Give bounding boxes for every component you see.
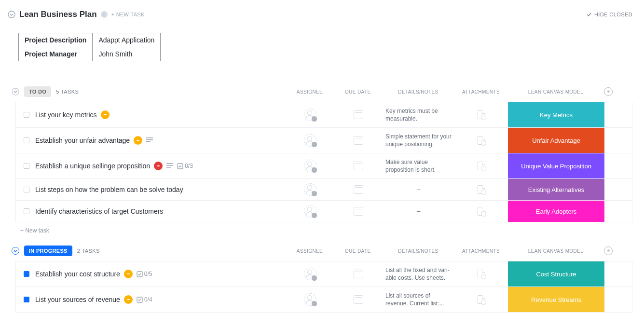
task-row[interactable]: Identify characteristics of target Custo… — [16, 201, 632, 222]
collapse-all-icon[interactable] — [8, 11, 15, 18]
svg-rect-5 — [146, 139, 153, 140]
task-details: Simple statement for your unique positio… — [383, 133, 455, 148]
assignee-placeholder[interactable]: + — [304, 183, 316, 196]
attachment-icon[interactable] — [478, 162, 485, 170]
assignee-placeholder[interactable]: + — [304, 109, 316, 121]
due-date-placeholder[interactable] — [354, 110, 363, 119]
task-row[interactable]: List your key metrics+Key metrics must b… — [16, 102, 632, 128]
task-count: 2 TASKS — [77, 248, 100, 254]
col-details: DETAILS/NOTES — [382, 89, 454, 95]
project-meta-table: Project DescriptionAdappt ApplicationPro… — [18, 33, 161, 61]
assignee-placeholder[interactable]: + — [304, 134, 316, 147]
svg-rect-14 — [127, 299, 130, 300]
canvas-tag[interactable]: Existing Alternatives — [508, 179, 604, 200]
due-date-placeholder[interactable] — [354, 207, 363, 216]
task-name[interactable]: List your sources of revenue — [35, 296, 120, 303]
task-checkbox[interactable] — [24, 208, 29, 214]
svg-rect-7 — [157, 165, 160, 166]
section-header: TO DO5 TASKSASSIGNEEDUE DATEDETAILS/NOTE… — [12, 86, 632, 97]
canvas-tag[interactable]: Unique Value Proposition — [508, 153, 604, 178]
col-due: DUE DATE — [334, 248, 382, 254]
hide-closed-button[interactable]: HIDE CLOSED — [586, 12, 632, 17]
task-details: – — [383, 207, 455, 215]
svg-rect-10 — [166, 167, 171, 168]
task-details: List all the fixed and vari-able costs. … — [383, 266, 455, 282]
task-details: Key metrics must be measurable. — [383, 107, 455, 123]
attachment-icon[interactable] — [478, 110, 485, 119]
attachment-icon[interactable] — [478, 295, 485, 304]
priority-icon — [124, 270, 133, 278]
task-row[interactable]: Establish your unfair advantage+Simple s… — [16, 128, 632, 153]
attachment-icon[interactable] — [478, 185, 485, 194]
svg-rect-4 — [146, 137, 153, 138]
priority-icon — [124, 295, 133, 304]
canvas-tag[interactable]: Key Metrics — [508, 102, 604, 127]
task-details: Make sure value proposition is short. — [383, 158, 455, 174]
add-column-button[interactable]: + — [604, 87, 613, 96]
svg-rect-2 — [104, 114, 107, 115]
task-rows: List your key metrics+Key metrics must b… — [15, 102, 632, 222]
add-column-button[interactable]: + — [604, 246, 613, 255]
canvas-tag[interactable]: Revenue Streams — [508, 287, 604, 312]
meta-label: Project Description — [19, 33, 93, 47]
new-task-button[interactable]: + New task — [12, 222, 632, 234]
new-task-button[interactable]: + NEW TASK — [111, 12, 145, 17]
meta-value: Adappt Application — [93, 33, 161, 47]
svg-rect-9 — [166, 165, 173, 166]
task-count: 5 TASKS — [56, 89, 79, 95]
assignee-placeholder[interactable]: + — [304, 160, 316, 172]
task-checkbox[interactable] — [24, 297, 29, 302]
section-collapse-icon[interactable] — [12, 247, 19, 255]
info-icon[interactable]: i — [101, 11, 108, 18]
task-name[interactable]: Identify characteristics of target Custo… — [35, 207, 163, 215]
col-model: LEAN CANVAS MODEL — [507, 248, 604, 254]
checklist-count: 0/5 — [137, 271, 152, 277]
task-checkbox[interactable] — [24, 163, 29, 169]
attachment-icon[interactable] — [478, 270, 485, 278]
canvas-tag[interactable]: Cost Structure — [508, 261, 604, 287]
attachment-icon[interactable] — [478, 207, 485, 216]
attachment-icon[interactable] — [478, 136, 485, 145]
section-header: IN PROGRESS2 TASKSASSIGNEEDUE DATEDETAIL… — [12, 246, 632, 256]
svg-rect-6 — [146, 141, 151, 142]
task-row[interactable]: List steps on how the problem can be sol… — [16, 179, 632, 201]
section-collapse-icon[interactable] — [12, 88, 19, 96]
task-name[interactable]: Establish a unique sellinge proposition — [35, 162, 150, 170]
task-name[interactable]: List steps on how the problem can be sol… — [35, 186, 183, 193]
svg-point-0 — [8, 11, 15, 18]
task-name[interactable]: List your key metrics — [35, 111, 97, 119]
task-checkbox[interactable] — [24, 137, 29, 143]
assignee-placeholder[interactable]: + — [304, 205, 316, 218]
due-date-placeholder[interactable] — [354, 136, 363, 145]
task-checkbox[interactable] — [24, 271, 29, 277]
task-row[interactable]: Establish a unique sellinge proposition0… — [16, 153, 632, 179]
due-date-placeholder[interactable] — [354, 270, 363, 278]
task-details: List all sources of revenue. Current lis… — [383, 292, 455, 307]
task-row[interactable]: List your sources of revenue0/4+List all… — [16, 287, 632, 313]
col-assignee: ASSIGNEE — [286, 89, 334, 95]
task-row[interactable]: Establish your cost structure0/5+List al… — [16, 261, 632, 287]
canvas-tag[interactable]: Unfair Advantage — [508, 128, 604, 153]
description-icon — [146, 137, 153, 144]
task-checkbox[interactable] — [24, 187, 29, 192]
due-date-placeholder[interactable] — [354, 295, 363, 304]
task-checkbox[interactable] — [24, 112, 29, 118]
col-due: DUE DATE — [334, 89, 382, 95]
meta-row: Project DescriptionAdappt Application — [19, 33, 161, 47]
svg-rect-3 — [137, 140, 139, 141]
status-pill[interactable]: IN PROGRESS — [24, 246, 72, 256]
canvas-tag[interactable]: Early Adopters — [508, 201, 604, 222]
meta-value: John Smith — [93, 47, 161, 61]
col-assignee: ASSIGNEE — [286, 248, 334, 254]
page-header: Lean Business Plan i + NEW TASK HIDE CLO… — [8, 10, 632, 19]
svg-point-1 — [12, 88, 19, 95]
due-date-placeholder[interactable] — [354, 162, 363, 170]
task-name[interactable]: Establish your unfair advantage — [35, 137, 130, 144]
priority-icon — [101, 110, 110, 119]
status-pill[interactable]: TO DO — [24, 86, 51, 97]
due-date-placeholder[interactable] — [354, 185, 363, 194]
assignee-placeholder[interactable]: + — [304, 293, 316, 306]
svg-rect-8 — [166, 163, 173, 164]
assignee-placeholder[interactable]: + — [304, 268, 316, 280]
task-name[interactable]: Establish your cost structure — [35, 270, 120, 278]
